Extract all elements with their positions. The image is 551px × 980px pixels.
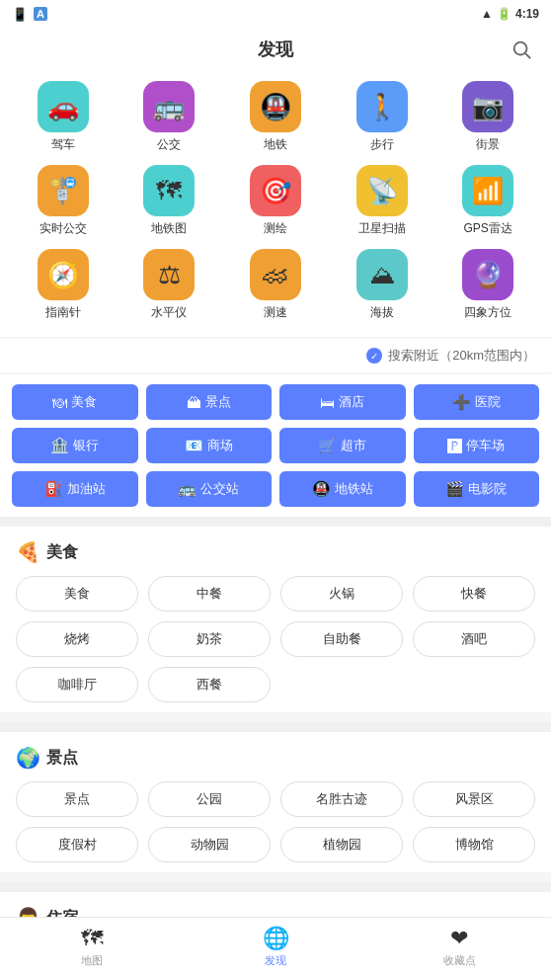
- icon-item-speed[interactable]: 🏎 测速: [228, 249, 323, 321]
- icon-item-street[interactable]: 📷 街景: [440, 81, 535, 153]
- section-title-scenic: 🌍景点: [16, 746, 535, 770]
- tag-scenic-3[interactable]: 风景区: [413, 781, 535, 817]
- sections-container: 🍕美食美食中餐火锅快餐烧烤奶茶自助餐酒吧咖啡厅西餐🌍景点景点公园名胜古迹风景区度…: [0, 527, 551, 980]
- nearby-bar[interactable]: ✓ 搜索附近（20km范围内）: [0, 339, 551, 372]
- icon-circle-speed: 🏎: [250, 249, 301, 300]
- status-right: ▲ 🔋 4:19: [481, 7, 539, 21]
- category-grid: 🍽美食🏔景点🛏酒店➕医院🏦银行📧商场🛒超市🅿停车场⛽加油站🚌公交站🚇地铁站🎬电影…: [0, 374, 551, 517]
- icon-item-gps[interactable]: 📶 GPS雷达: [440, 165, 535, 237]
- cat-icon-gasstation: ⛽: [44, 480, 63, 498]
- cat-icon-food: 🍽: [52, 394, 67, 411]
- cat-btn-supermarket[interactable]: 🛒超市: [279, 428, 406, 463]
- nav-item-discover[interactable]: 🌐发现: [241, 926, 310, 968]
- cat-label-supermarket: 超市: [341, 437, 366, 454]
- icon-item-metromap[interactable]: 🗺 地铁图: [122, 165, 217, 237]
- icon-label-survey: 测绘: [264, 220, 287, 237]
- time-display: 4:19: [515, 7, 539, 21]
- icon-item-survey[interactable]: 🎯 测绘: [228, 165, 323, 237]
- cat-btn-parking[interactable]: 🅿停车场: [414, 428, 540, 463]
- cat-btn-busstation[interactable]: 🚌公交站: [146, 471, 273, 507]
- icon-circle-level: ⚖: [143, 249, 195, 300]
- cat-btn-scenic[interactable]: 🏔景点: [146, 384, 273, 420]
- tag-food-4[interactable]: 烧烤: [16, 621, 138, 657]
- cat-label-busstation: 公交站: [200, 480, 239, 498]
- icon-circle-gps: 📶: [462, 165, 513, 216]
- nav-label-favorites: 收藏点: [443, 953, 476, 968]
- cat-btn-cinema[interactable]: 🎬电影院: [414, 471, 540, 507]
- icon-circle-street: 📷: [462, 81, 513, 132]
- icon-circle-survey: 🎯: [250, 165, 301, 216]
- tag-food-5[interactable]: 奶茶: [148, 621, 271, 657]
- cat-icon-bank: 🏦: [50, 437, 69, 454]
- cat-icon-busstation: 🚌: [178, 480, 197, 498]
- nav-item-map[interactable]: 🗺地图: [57, 926, 126, 968]
- icon-item-realbus[interactable]: 🚏 实时公交: [16, 165, 111, 237]
- tag-scenic-5[interactable]: 动物园: [148, 827, 271, 862]
- status-bar: 📱 A ▲ 🔋 4:19: [0, 0, 551, 28]
- section-scenic: 🌍景点景点公园名胜古迹风景区度假村动物园植物园博物馆: [0, 732, 551, 872]
- cat-label-food: 美食: [71, 393, 97, 411]
- cat-btn-hospital[interactable]: ➕医院: [414, 384, 540, 420]
- icon-label-street: 街景: [476, 136, 500, 153]
- cat-label-cinema: 电影院: [468, 480, 507, 498]
- svg-point-0: [514, 42, 527, 55]
- tag-scenic-7[interactable]: 博物馆: [413, 827, 535, 862]
- icon-item-bus[interactable]: 🚌 公交: [122, 81, 217, 153]
- icon-circle-metro: 🚇: [250, 81, 301, 132]
- tag-food-7[interactable]: 酒吧: [413, 621, 535, 657]
- tag-food-1[interactable]: 中餐: [148, 576, 271, 612]
- cat-btn-bank[interactable]: 🏦银行: [12, 428, 138, 463]
- battery-icon: 🔋: [497, 7, 512, 21]
- icon-label-realbus: 实时公交: [39, 220, 87, 237]
- cat-btn-gasstation[interactable]: ⛽加油站: [12, 471, 138, 507]
- icon-item-altitude[interactable]: ⛰ 海拔: [335, 249, 430, 321]
- nearby-check-icon: ✓: [366, 348, 382, 364]
- nav-item-favorites[interactable]: ❤收藏点: [425, 926, 494, 968]
- icon-label-bus: 公交: [157, 136, 181, 153]
- icon-item-fourdir[interactable]: 🔮 四象方位: [440, 249, 535, 321]
- icon-item-walk[interactable]: 🚶 步行: [335, 81, 430, 153]
- cat-btn-hotel[interactable]: 🛏酒店: [279, 384, 406, 420]
- tag-grid-food: 美食中餐火锅快餐烧烤奶茶自助餐酒吧咖啡厅西餐: [16, 576, 535, 702]
- tag-scenic-2[interactable]: 名胜古迹: [280, 781, 403, 817]
- bottom-nav: 🗺地图🌐发现❤收藏点: [0, 917, 551, 980]
- icon-item-driving[interactable]: 🚗 驾车: [16, 81, 111, 153]
- tag-scenic-1[interactable]: 公园: [148, 781, 271, 817]
- icon-item-satellite[interactable]: 📡 卫星扫描: [335, 165, 430, 237]
- cat-icon-hotel: 🛏: [320, 394, 335, 411]
- icon-circle-bus: 🚌: [143, 81, 195, 132]
- icon-label-walk: 步行: [370, 136, 394, 153]
- tag-food-2[interactable]: 火锅: [280, 576, 403, 612]
- icon-circle-metromap: 🗺: [143, 165, 195, 216]
- icon-circle-realbus: 🚏: [38, 165, 89, 216]
- icon-item-metro[interactable]: 🚇 地铁: [228, 81, 323, 153]
- section-label-scenic: 景点: [46, 748, 78, 769]
- android-icon: 📱: [12, 7, 28, 22]
- cat-label-gasstation: 加油站: [67, 480, 106, 498]
- icon-label-gps: GPS雷达: [464, 220, 512, 237]
- cat-label-scenic: 景点: [205, 393, 231, 411]
- icon-label-fourdir: 四象方位: [464, 304, 512, 321]
- tag-scenic-6[interactable]: 植物园: [280, 827, 403, 862]
- cat-btn-food[interactable]: 🍽美食: [12, 384, 138, 420]
- search-button[interactable]: [508, 36, 535, 63]
- cat-label-hospital: 医院: [475, 393, 501, 411]
- tag-scenic-0[interactable]: 景点: [16, 781, 138, 817]
- icon-item-compass[interactable]: 🧭 指南针: [16, 249, 111, 321]
- tag-food-0[interactable]: 美食: [16, 576, 138, 612]
- icon-label-compass: 指南针: [45, 304, 81, 321]
- nav-icon-discover: 🌐: [263, 926, 289, 951]
- tag-food-9[interactable]: 西餐: [148, 667, 271, 702]
- cat-btn-metrostation[interactable]: 🚇地铁站: [279, 471, 406, 507]
- cat-btn-mall[interactable]: 📧商场: [146, 428, 273, 463]
- icon-grid: 🚗 驾车 🚌 公交 🚇 地铁 🚶 步行 📷 街景 🚏 实时公交 🗺 地铁图 🎯 …: [0, 71, 551, 337]
- tag-food-8[interactable]: 咖啡厅: [16, 667, 138, 702]
- tag-scenic-4[interactable]: 度假村: [16, 827, 138, 862]
- tag-food-6[interactable]: 自助餐: [280, 621, 403, 657]
- section-icon-scenic: 🌍: [16, 746, 40, 770]
- section-icon-food: 🍕: [16, 540, 40, 564]
- section-title-food: 🍕美食: [16, 540, 535, 564]
- tag-food-3[interactable]: 快餐: [413, 576, 535, 612]
- icon-label-satellite: 卫星扫描: [358, 220, 406, 237]
- icon-item-level[interactable]: ⚖ 水平仪: [122, 249, 217, 321]
